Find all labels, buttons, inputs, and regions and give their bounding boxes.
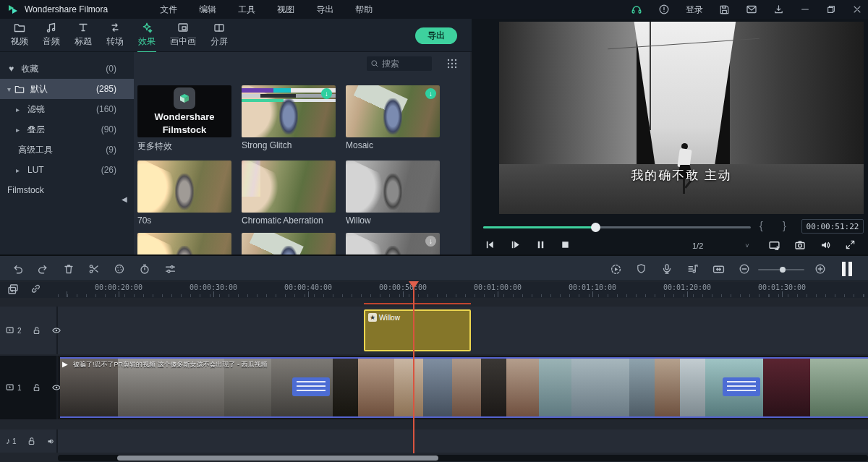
speaker-icon[interactable]: [46, 437, 56, 446]
timeline-ruler[interactable]: 00:00:20:0000:00:30:0000:00:40:0000:00:5…: [0, 282, 868, 298]
download-badge-icon[interactable]: ↓: [321, 88, 332, 99]
pause-button[interactable]: [535, 239, 546, 250]
marker-shield-icon[interactable]: [636, 263, 647, 274]
sidebar-item-advanced-tools[interactable]: 高级工具 (9): [0, 140, 134, 160]
effect-clip-willow[interactable]: ★Willow: [364, 309, 471, 351]
export-button[interactable]: 导出: [415, 27, 457, 44]
mark-in-icon[interactable]: {: [760, 220, 763, 231]
tab-titles[interactable]: 标题: [67, 22, 100, 51]
video-clip[interactable]: ▶ 被骗了!忍不了PR剪辑的视频 这个傻多斯女孩不会出现了 - 西瓜视频: [60, 357, 868, 418]
playhead-handle[interactable]: [409, 281, 419, 288]
close-button[interactable]: [852, 4, 862, 14]
sidebar-item-favorites[interactable]: ♥ 收藏 (0): [0, 59, 134, 79]
fullscreen-icon[interactable]: [845, 239, 856, 250]
timeline-horizontal-scrollbar[interactable]: [58, 455, 868, 461]
effect-card-partial[interactable]: [242, 233, 336, 254]
effect-card-70s[interactable]: 70s: [137, 161, 231, 226]
zoom-out-icon[interactable]: [739, 263, 750, 275]
sidebar-item-lut[interactable]: ▸ LUT (26): [0, 160, 134, 180]
menu-tools[interactable]: 工具: [238, 4, 255, 16]
effect-card-filmstock[interactable]: Wondershare Filmstock 更多特效: [137, 85, 231, 153]
effects-category-sidebar: ♥ 收藏 (0) ▾ 默认 (285) ▸ 滤镜 (160) ▸ 叠层 (90)…: [0, 52, 134, 254]
playhead[interactable]: [413, 288, 414, 453]
stop-button[interactable]: [560, 239, 571, 250]
voiceover-mic-icon[interactable]: [661, 263, 673, 275]
film-thumbnail: [358, 359, 394, 416]
audio-track-1[interactable]: ♪1: [0, 429, 868, 453]
redo-icon[interactable]: [37, 263, 49, 275]
sidebar-item-overlays[interactable]: ▸ 叠层 (90): [0, 119, 134, 140]
previous-frame-button[interactable]: [485, 239, 495, 250]
preview-quality-select[interactable]: 1/2 ˅: [692, 238, 759, 253]
tab-audio[interactable]: 音频: [35, 22, 68, 51]
menu-export[interactable]: 导出: [316, 4, 333, 16]
feedback-mail-icon[interactable]: [746, 4, 757, 15]
play-button[interactable]: [510, 239, 521, 250]
tab-video[interactable]: 视频: [3, 22, 36, 51]
video-track-1[interactable]: 1 ▶ 被骗了!忍不了PR剪辑的视频 这个傻多斯女孩不会出现了 - 西瓜视频: [0, 356, 868, 419]
support-headset-icon[interactable]: [631, 4, 642, 15]
download-badge-icon[interactable]: ↓: [425, 88, 436, 99]
effect-card-partial[interactable]: [137, 233, 231, 254]
sidebar-collapse-handle[interactable]: ◀: [122, 195, 127, 203]
effect-card-chromatic-aberration[interactable]: Chromatic Aberration: [242, 161, 336, 226]
adjust-sliders-icon[interactable]: [164, 263, 176, 275]
preview-video[interactable]: 我的确不敢 主动: [499, 22, 864, 214]
sidebar-item-default[interactable]: ▾ 默认 (285): [0, 79, 134, 99]
tab-effects[interactable]: 效果: [130, 22, 163, 51]
film-thumbnail: [629, 359, 655, 416]
menu-file[interactable]: 文件: [160, 4, 177, 16]
effect-card-mosaic[interactable]: ↓ Mosaic: [346, 85, 440, 150]
tab-pip[interactable]: 画中画: [163, 22, 203, 51]
minimize-button[interactable]: [800, 4, 810, 14]
download-icon[interactable]: [773, 4, 784, 15]
mark-out-icon[interactable]: }: [783, 220, 786, 231]
video-track-2[interactable]: 2 ★Willow: [0, 307, 868, 354]
undo-icon[interactable]: [12, 263, 24, 275]
menu-help[interactable]: 帮助: [355, 4, 373, 16]
seek-handle[interactable]: [591, 223, 600, 232]
tab-split-screen[interactable]: 分屏: [203, 22, 236, 51]
tab-transitions[interactable]: 转场: [98, 22, 132, 51]
timeline-tracks: 2 ★Willow 1 ▶ 被骗了!忍不了PR剪辑的视频 这个傻多斯女孩不会出现…: [0, 298, 868, 453]
add-marker-icon[interactable]: [7, 283, 19, 295]
timeline-zoom-slider[interactable]: [758, 269, 804, 270]
delete-icon[interactable]: [63, 263, 75, 275]
effect-card-strong-glitch[interactable]: ↓ Strong Glitch: [242, 85, 336, 150]
audio-mixer-icon[interactable]: [686, 263, 699, 275]
effect-card-partial[interactable]: ↓: [346, 233, 440, 254]
menu-edit[interactable]: 编辑: [199, 4, 216, 16]
login-button[interactable]: 登录: [686, 4, 703, 16]
restore-button[interactable]: [826, 4, 836, 14]
menu-bar: 文件 编辑 工具 视图 导出 帮助: [160, 4, 373, 16]
eye-icon[interactable]: [51, 325, 61, 335]
menu-view[interactable]: 视图: [277, 4, 294, 16]
second-display-icon[interactable]: [768, 239, 780, 252]
info-icon[interactable]: [658, 4, 670, 15]
render-preview-icon[interactable]: [610, 263, 622, 275]
zoom-slider-handle[interactable]: [780, 267, 786, 273]
effect-card-willow[interactable]: Willow: [346, 161, 440, 226]
lock-icon[interactable]: [27, 437, 36, 446]
split-scissors-icon[interactable]: [88, 263, 100, 275]
scrollbar-thumb[interactable]: [117, 455, 438, 461]
media-tab-bar: 视频 音频 标题 转场 效果 画中画 分屏 导出: [0, 19, 472, 52]
search-input[interactable]: 搜索: [367, 56, 432, 71]
download-badge-icon[interactable]: ↓: [425, 236, 436, 247]
volume-icon[interactable]: [820, 239, 831, 251]
zoom-in-icon[interactable]: [814, 263, 826, 275]
grid-view-icon[interactable]: [446, 58, 458, 69]
pause-task-icon[interactable]: [842, 262, 854, 276]
sidebar-item-filmstock[interactable]: Filmstock: [0, 180, 134, 200]
speed-icon[interactable]: [139, 263, 150, 275]
seek-bar[interactable]: [483, 226, 751, 228]
save-icon[interactable]: [719, 4, 730, 15]
track-size-icon[interactable]: [712, 263, 725, 275]
sidebar-item-filters[interactable]: ▸ 滤镜 (160): [0, 99, 134, 119]
color-correction-icon[interactable]: [114, 263, 125, 275]
caret-down-icon: ▾: [7, 85, 14, 93]
link-icon[interactable]: [30, 283, 41, 294]
lock-icon[interactable]: [32, 383, 41, 393]
snapshot-camera-icon[interactable]: [794, 239, 806, 251]
lock-icon[interactable]: [32, 326, 41, 335]
